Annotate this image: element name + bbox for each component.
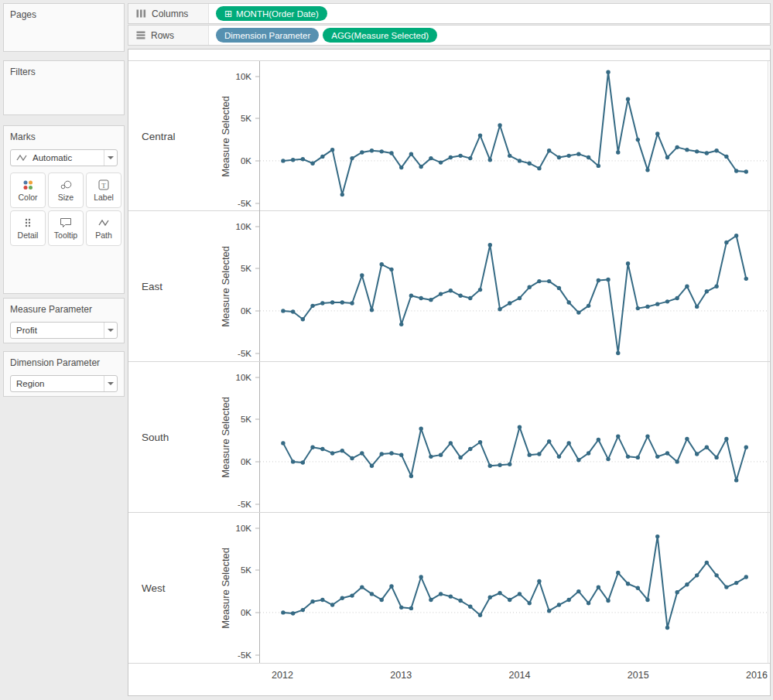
- x-tick-label: 2012: [272, 670, 293, 681]
- chevron-down-icon[interactable]: [104, 376, 117, 391]
- label-button[interactable]: T Label: [86, 172, 121, 208]
- y-tick-label: 0K: [241, 457, 251, 466]
- y-axis-title: Measure Selected: [215, 61, 235, 211]
- chart-panel-west: West Measure Selected 10K5K0K-5K: [128, 513, 770, 664]
- line-chart-south[interactable]: [259, 362, 768, 512]
- color-icon: [22, 179, 33, 190]
- x-tick-label: 2015: [628, 670, 649, 681]
- viz-area: Central Measure Selected 10K5K0K-5K East…: [128, 49, 771, 696]
- pages-label: Pages: [10, 9, 118, 20]
- marks-card: Marks Automatic Color Size: [3, 125, 125, 294]
- y-tick-label: 0K: [241, 608, 251, 617]
- measure-parameter-label: Measure Parameter: [10, 304, 118, 315]
- columns-pills: ⊞ MONTH(Order Date): [209, 6, 327, 21]
- y-tick-label: -5K: [238, 349, 251, 358]
- pill-text: AGG(Measure Selected): [331, 31, 429, 40]
- y-tick-label: 10K: [236, 373, 251, 382]
- svg-text:T: T: [101, 181, 106, 189]
- date-expand-icon[interactable]: ⊞: [224, 9, 232, 19]
- measure-parameter-card: Measure Parameter Profit: [3, 298, 125, 343]
- x-tick-label: 2016: [746, 670, 768, 681]
- path-icon: [97, 217, 110, 228]
- region-label: West: [142, 582, 166, 594]
- columns-shelf-header: Columns: [128, 4, 209, 23]
- viz-body: Central Measure Selected 10K5K0K-5K East…: [128, 50, 770, 693]
- line-chart-east[interactable]: [259, 211, 768, 361]
- mark-type-value: Automatic: [32, 153, 104, 162]
- y-tick-label: 0K: [241, 156, 251, 166]
- x-tick-label: 2014: [509, 670, 531, 681]
- y-tick-label: -5K: [238, 650, 251, 660]
- pill-month-order-date[interactable]: ⊞ MONTH(Order Date): [216, 6, 327, 21]
- y-axis-ticks: 10K5K0K-5K: [235, 362, 259, 512]
- line-mark-icon: [16, 154, 28, 162]
- label-icon: T: [98, 179, 109, 190]
- row-header-central[interactable]: Central: [128, 61, 215, 211]
- y-axis-title: Measure Selected: [215, 513, 235, 663]
- dimension-parameter-value: Region: [16, 379, 104, 388]
- x-axis-labels: 20122013201420152016: [259, 664, 768, 693]
- region-label: South: [142, 432, 169, 443]
- measure-parameter-select[interactable]: Profit: [10, 322, 118, 339]
- y-tick-label: 10K: [236, 72, 251, 81]
- mark-type-dropdown[interactable]: Automatic: [10, 149, 118, 166]
- left-sidebar: Pages Filters Marks Automatic Color: [0, 0, 127, 700]
- region-label: East: [142, 281, 162, 292]
- y-tick-label: 0K: [241, 306, 251, 316]
- path-button[interactable]: Path: [86, 210, 121, 246]
- columns-icon: [136, 7, 146, 21]
- pages-shelf[interactable]: Pages: [3, 3, 125, 52]
- chart-panel-central: Central Measure Selected 10K5K0K-5K: [128, 60, 770, 211]
- line-chart-central[interactable]: [259, 61, 768, 211]
- dimension-parameter-card: Dimension Parameter Region: [3, 351, 125, 397]
- shelves: Columns ⊞ MONTH(Order Date) Rows Dimensi…: [128, 3, 771, 46]
- dimension-parameter-label: Dimension Parameter: [10, 357, 118, 368]
- row-header-west[interactable]: West: [128, 513, 215, 663]
- color-button[interactable]: Color: [10, 172, 46, 208]
- y-axis-title: Measure Selected: [215, 211, 235, 361]
- rows-pills: Dimension Parameter AGG(Measure Selected…: [209, 28, 437, 43]
- rows-icon: [136, 29, 145, 43]
- filters-shelf[interactable]: Filters: [3, 60, 125, 115]
- tooltip-button[interactable]: Tooltip: [48, 210, 84, 246]
- y-tick-label: 5K: [241, 114, 251, 123]
- columns-shelf[interactable]: Columns ⊞ MONTH(Order Date): [128, 3, 771, 24]
- line-chart-west[interactable]: [259, 513, 768, 663]
- rows-shelf[interactable]: Rows Dimension Parameter AGG(Measure Sel…: [128, 25, 771, 46]
- y-tick-label: 10K: [236, 222, 251, 231]
- chevron-down-icon[interactable]: [104, 150, 117, 166]
- chart-panel-south: South Measure Selected 10K5K0K-5K: [128, 362, 770, 513]
- x-tick-label: 2013: [390, 670, 412, 681]
- line-series-central: [260, 61, 768, 211]
- x-axis: 20122013201420152016: [128, 664, 770, 693]
- chevron-down-icon[interactable]: [104, 323, 117, 338]
- y-tick-label: -5K: [238, 500, 251, 509]
- y-tick-label: 5K: [241, 565, 251, 575]
- y-axis-ticks: 10K5K0K-5K: [235, 61, 259, 211]
- line-series-east: [260, 211, 768, 361]
- filters-label: Filters: [10, 67, 118, 77]
- y-axis-ticks: 10K5K0K-5K: [235, 513, 259, 663]
- detail-button[interactable]: Detail: [10, 210, 46, 246]
- y-tick-label: 10K: [236, 524, 251, 533]
- marks-label: Marks: [10, 131, 118, 142]
- line-series-west: [260, 513, 768, 663]
- dimension-parameter-select[interactable]: Region: [10, 375, 118, 392]
- y-axis-title: Measure Selected: [215, 362, 235, 512]
- row-header-south[interactable]: South: [128, 362, 215, 512]
- size-button[interactable]: Size: [48, 172, 84, 208]
- y-axis-ticks: 10K5K0K-5K: [235, 211, 259, 361]
- y-tick-label: 5K: [241, 415, 251, 424]
- size-icon: [60, 179, 72, 190]
- row-header-east[interactable]: East: [128, 211, 215, 361]
- rows-shelf-header: Rows: [128, 26, 209, 45]
- pill-agg-measure-selected[interactable]: AGG(Measure Selected): [323, 28, 437, 43]
- tooltip-icon: [60, 217, 72, 228]
- line-series-south: [260, 362, 768, 512]
- columns-label: Columns: [152, 9, 188, 19]
- pill-text: Dimension Parameter: [224, 31, 310, 40]
- pill-dimension-parameter[interactable]: Dimension Parameter: [216, 28, 319, 43]
- y-tick-label: 5K: [241, 264, 251, 273]
- chart-panel-east: East Measure Selected 10K5K0K-5K: [128, 211, 770, 362]
- rows-label: Rows: [151, 30, 174, 41]
